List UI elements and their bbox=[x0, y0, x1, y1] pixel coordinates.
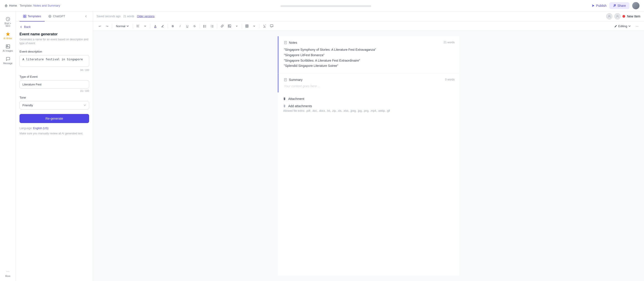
panel-tabs: Templates ChatGPT bbox=[16, 11, 93, 21]
notes-header: Notes bbox=[284, 41, 454, 44]
bold-button[interactable]: B bbox=[170, 23, 176, 29]
template-link[interactable]: Notes and Summary bbox=[33, 4, 60, 7]
svg-point-13 bbox=[617, 15, 618, 16]
share-button[interactable]: Share bbox=[609, 2, 630, 9]
svg-rect-5 bbox=[6, 45, 10, 48]
svg-rect-7 bbox=[23, 15, 24, 16]
svg-rect-43 bbox=[284, 78, 287, 81]
summary-section: Summary 0 words Your content goes here .… bbox=[278, 73, 459, 92]
event-description-label: Event description bbox=[20, 50, 89, 53]
summary-header: Summary bbox=[284, 78, 454, 82]
editing-dropdown[interactable]: Editing bbox=[612, 23, 633, 29]
italic-button[interactable]: I bbox=[177, 23, 183, 29]
summary-placeholder[interactable]: Your content goes here ... bbox=[284, 84, 454, 88]
new-item-badge: New Item bbox=[606, 13, 640, 19]
ordered-list-button[interactable]: 1. 2. 3. bbox=[209, 23, 215, 29]
notes-title: Notes bbox=[289, 41, 297, 44]
link-button[interactable] bbox=[219, 23, 226, 29]
word-count: 21 words bbox=[123, 15, 134, 18]
top-bar: Home Template: Notes and Summary Publish… bbox=[0, 0, 644, 11]
svg-rect-9 bbox=[23, 16, 24, 17]
ai-writer-label: AI Writer bbox=[4, 37, 12, 40]
notes-line-1: "Singapore Symphony of Stories: A Litera… bbox=[284, 47, 454, 52]
notes-content[interactable]: "Singapore Symphony of Stories: A Litera… bbox=[284, 47, 454, 69]
attachment-title: Attachment bbox=[288, 97, 304, 101]
strikethrough-button[interactable]: S bbox=[192, 23, 198, 29]
templates-tab-label: Templates bbox=[28, 14, 41, 18]
home-button[interactable]: Home bbox=[4, 4, 17, 7]
editor-area: Saved seconds ago 21 words Older version… bbox=[93, 11, 644, 281]
sidebar-item-ai-writer[interactable]: AI Writer bbox=[1, 30, 15, 41]
tone-select[interactable]: Friendly Professional Casual Formal bbox=[20, 101, 89, 109]
svg-rect-38 bbox=[270, 25, 273, 27]
sidebar-item-more[interactable]: ··· More bbox=[1, 268, 15, 281]
event-description-input[interactable]: A literature festival in Singapore bbox=[20, 55, 89, 67]
add-attachments-label: Add attachments bbox=[288, 104, 312, 108]
editor-inner: Notes 21 words "Singapore Symphony of St… bbox=[278, 36, 459, 276]
event-description-count: 34 / 100 bbox=[20, 69, 89, 71]
table-button[interactable] bbox=[244, 23, 250, 29]
sidebar-item-message[interactable]: Message bbox=[1, 55, 15, 66]
active-user-dot bbox=[622, 15, 625, 18]
svg-point-20 bbox=[204, 26, 204, 26]
generator-description: Generates a name for an event based on d… bbox=[20, 38, 89, 45]
highlight-button[interactable] bbox=[160, 23, 166, 29]
comment-button[interactable] bbox=[268, 23, 275, 29]
svg-point-6 bbox=[7, 45, 8, 46]
tab-chatgpt[interactable]: ChatGPT bbox=[45, 11, 69, 21]
collapse-panel-button[interactable] bbox=[83, 13, 89, 19]
generator-title: Event name generator bbox=[20, 32, 89, 36]
bullet-list-button[interactable] bbox=[202, 23, 208, 29]
notes-line-4: "Splendid Singapore Literature Soiree" bbox=[284, 63, 454, 69]
notes-line-2: "Singapore LitFest Bonanza" bbox=[284, 52, 454, 58]
image-button[interactable] bbox=[226, 23, 233, 29]
language-note: Language: English (US) bbox=[20, 127, 89, 130]
sidebar-item-ai-images[interactable]: AI Images bbox=[1, 42, 15, 54]
status-bar: Saved seconds ago 21 words Older version… bbox=[93, 11, 644, 21]
more-label: More bbox=[5, 275, 10, 277]
publish-button[interactable]: Publish bbox=[592, 4, 606, 7]
tone-label: Tone bbox=[20, 96, 89, 99]
align-button[interactable] bbox=[135, 23, 141, 29]
text-color-button[interactable]: A bbox=[152, 23, 158, 29]
tab-templates[interactable]: Templates bbox=[20, 11, 45, 21]
older-versions-link[interactable]: Older versions bbox=[137, 15, 154, 18]
collaborator-avatar-2 bbox=[614, 13, 621, 19]
breadcrumb: Template: Notes and Summary bbox=[20, 4, 60, 7]
undo-button[interactable]: ↩ bbox=[96, 23, 103, 29]
notes-section: Notes 21 words "Singapore Symphony of St… bbox=[278, 36, 459, 73]
icon-sidebar: Brief + SEO AI Writer AI Images Message … bbox=[0, 11, 16, 281]
editor-toolbar: ↩ ↪ Normal bbox=[93, 21, 644, 31]
summary-title: Summary bbox=[289, 78, 302, 82]
notes-word-count: 21 words bbox=[444, 41, 455, 44]
svg-point-12 bbox=[609, 15, 610, 16]
svg-point-31 bbox=[228, 25, 229, 26]
underline-button[interactable]: U bbox=[184, 23, 190, 29]
chatgpt-tab-label: ChatGPT bbox=[53, 14, 65, 18]
brief-seo-label: Brief + SEO bbox=[2, 22, 14, 27]
disclaimer-text: Make sure you manually review all AI gen… bbox=[20, 132, 89, 136]
notes-line-3: "Singapore Scribbles: A Literature Fest … bbox=[284, 58, 454, 63]
message-label: Message bbox=[3, 62, 12, 65]
svg-text:3.: 3. bbox=[211, 26, 212, 28]
svg-point-18 bbox=[204, 25, 204, 26]
svg-rect-10 bbox=[25, 16, 26, 17]
text-style-dropdown[interactable]: Normal bbox=[114, 23, 131, 29]
clear-formatting-button[interactable] bbox=[261, 23, 268, 29]
back-button[interactable]: Back bbox=[20, 25, 30, 28]
regenerate-button[interactable]: Re-generate bbox=[20, 114, 89, 123]
add-attachments-button[interactable]: Add attachments bbox=[283, 104, 454, 108]
more-options-button[interactable]: ··· bbox=[634, 23, 640, 29]
editor-content[interactable]: Notes 21 words "Singapore Symphony of St… bbox=[93, 31, 644, 281]
attachment-section: Attachment Add attachments Allowed file … bbox=[278, 92, 459, 117]
user-avatar[interactable] bbox=[632, 2, 640, 9]
image-chevron[interactable] bbox=[234, 23, 240, 29]
summary-word-count: 0 words bbox=[445, 78, 455, 81]
sidebar-item-brief-seo[interactable]: Brief + SEO bbox=[1, 15, 15, 29]
align-chevron[interactable] bbox=[142, 23, 148, 29]
collaborator-avatar-1 bbox=[606, 13, 612, 19]
language-link[interactable]: English (US) bbox=[33, 127, 48, 130]
type-of-event-input[interactable] bbox=[20, 80, 89, 89]
table-chevron[interactable] bbox=[251, 23, 257, 29]
redo-button[interactable]: ↪ bbox=[104, 23, 110, 29]
